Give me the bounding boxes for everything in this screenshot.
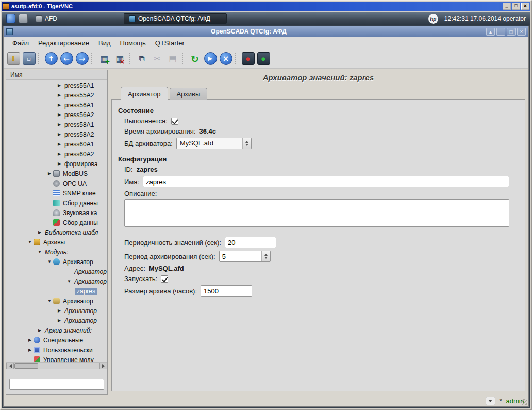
tree-expand-icon[interactable]: ▶ [36, 230, 43, 235]
back-button[interactable] [59, 51, 74, 67]
tree-expand-icon[interactable]: ▶ [56, 142, 63, 146]
qtstarter-button-1[interactable] [240, 51, 256, 67]
tree-column-header[interactable]: Имя [6, 70, 107, 80]
archiving-period-input[interactable] [220, 251, 261, 261]
tree-expand-icon[interactable]: ▶ [26, 338, 34, 342]
tree-expand-icon[interactable]: ▶ [56, 161, 63, 166]
tree-item[interactable]: ▼Архиватор [6, 296, 107, 306]
tree-item[interactable]: ▶press58A2 [6, 129, 107, 139]
stop-update-button[interactable] [218, 51, 234, 67]
tree-expand-icon[interactable]: ▶ [56, 318, 63, 323]
tree-collapse-icon[interactable]: ▼ [26, 240, 34, 244]
tree-item[interactable]: ▼Модуль: [6, 247, 107, 257]
scroll-left-icon[interactable] [6, 363, 14, 369]
tree-collapse-icon[interactable]: ▼ [46, 259, 53, 264]
tree-item[interactable]: zapres [6, 286, 107, 296]
taskbar-item-afd[interactable]: AFD [31, 14, 62, 23]
tree-item[interactable]: ▶Архиватор [6, 267, 107, 276]
tree-horizontal-scrollbar[interactable] [6, 362, 107, 369]
window-minimize-button[interactable] [496, 28, 505, 36]
tree-item[interactable]: ▶press60A1 [6, 139, 107, 149]
tree-item[interactable]: ▶SNMP клие [6, 188, 107, 198]
tree-item[interactable]: ▶Библиотека шабл [6, 227, 107, 237]
tree-item[interactable]: ▼Архиватор [6, 276, 107, 286]
openscada-titlebar[interactable]: OpenSCADA QTCfg: АФД [4, 26, 528, 37]
tree-expand-icon[interactable]: ▶ [56, 112, 63, 117]
tree-item[interactable]: ▶press58A1 [6, 120, 107, 129]
delete-item-button[interactable] [112, 51, 127, 67]
spinbox-arrows-icon[interactable] [261, 251, 270, 261]
description-textarea[interactable] [124, 199, 509, 227]
menu-item-3[interactable]: Помощь [115, 38, 151, 48]
tree-expand-icon[interactable]: ▶ [56, 308, 63, 313]
tree-expand-icon[interactable]: ▶ [26, 348, 34, 352]
tab-0[interactable]: Архиватор [121, 87, 168, 100]
tree-item[interactable]: ▶Звуковая ка [6, 208, 107, 218]
tree-collapse-icon[interactable]: ▼ [65, 279, 73, 284]
tree-expand-icon[interactable]: ▶ [56, 132, 63, 137]
menu-item-4[interactable]: QTStarter [151, 38, 189, 48]
tree-item[interactable]: ▶Пользовательски [6, 345, 107, 355]
menu-item-1[interactable]: Редактирование [34, 38, 94, 48]
tree-expand-icon[interactable]: ▶ [56, 83, 63, 88]
tree-expand-icon[interactable]: ▶ [56, 93, 63, 97]
tree-item[interactable]: ▶press55A2 [6, 90, 107, 100]
vnc-close-button[interactable] [521, 3, 529, 10]
tree-item[interactable]: ▶press60A2 [6, 149, 107, 159]
running-checkbox[interactable] [171, 118, 178, 125]
tree-item[interactable]: ▼Архивы [6, 237, 107, 247]
paste-item-button[interactable] [165, 51, 180, 67]
start-menu-icon[interactable] [6, 14, 15, 23]
tree-search-input[interactable] [9, 379, 104, 390]
value-period-input[interactable] [225, 237, 276, 248]
window-close-button[interactable] [517, 28, 526, 36]
archiver-db-combobox[interactable]: MySQL.afd [176, 138, 252, 149]
menu-item-0[interactable]: Файл [8, 38, 34, 48]
tab-1[interactable]: Архивы [170, 88, 208, 100]
archiving-period-spinbox[interactable] [219, 251, 271, 262]
copy-item-button[interactable] [134, 51, 149, 67]
save-button[interactable] [21, 51, 37, 67]
scroll-right-icon[interactable] [99, 363, 107, 369]
tree-item[interactable]: ▶press56A1 [6, 100, 107, 110]
tree-item[interactable]: ▶Архиватор [6, 306, 107, 316]
file-manager-icon[interactable] [19, 14, 28, 23]
status-dropdown[interactable] [486, 397, 495, 405]
tree-item[interactable]: ▶Сбор данны [6, 198, 107, 208]
tree-collapse-icon[interactable]: ▼ [36, 250, 43, 254]
vnc-titlebar[interactable]: asutp-afd:0 - TigerVNC [2, 2, 530, 11]
tree-item[interactable]: ▶press55A1 [6, 80, 107, 90]
window-maximize-button[interactable] [507, 28, 516, 36]
tree-item[interactable]: ▶Управление моду [6, 355, 107, 362]
tree-item[interactable]: ▼Архиватор [6, 257, 107, 267]
vnc-minimize-button[interactable] [503, 3, 511, 10]
combo-arrows-icon[interactable] [242, 138, 251, 149]
forward-button[interactable] [74, 51, 90, 67]
name-input[interactable] [143, 176, 509, 187]
tree-collapse-icon[interactable]: ▼ [46, 299, 53, 303]
cut-item-button[interactable] [149, 51, 165, 67]
vnc-maximize-button[interactable] [512, 3, 520, 10]
start-checkbox[interactable] [161, 275, 168, 283]
qtstarter-button-2[interactable] [256, 51, 271, 67]
tree-expand-icon[interactable]: ▶ [56, 103, 63, 107]
add-item-button[interactable] [96, 51, 112, 67]
tree-expand-icon[interactable]: ▶ [36, 328, 43, 333]
tree-item[interactable]: ▶формирова [6, 159, 107, 169]
tree-expand-icon[interactable]: ▶ [56, 152, 63, 156]
tree-item[interactable]: ▶OPC UA [6, 178, 107, 188]
menu-item-2[interactable]: Вид [94, 38, 115, 48]
tree-expand-icon[interactable]: ▶ [46, 171, 53, 176]
scrollbar-thumb[interactable] [14, 363, 38, 369]
tree-item[interactable]: ▶Сбор данны [6, 218, 107, 227]
window-shade-button[interactable] [486, 28, 495, 36]
refresh-button[interactable] [187, 51, 203, 67]
up-button[interactable] [43, 51, 59, 67]
scrollbar-track[interactable] [14, 363, 99, 369]
start-update-button[interactable] [203, 51, 218, 67]
tree-item[interactable]: ▶Специальные [6, 335, 107, 345]
tree-item[interactable]: ▶press56A2 [6, 110, 107, 120]
load-button[interactable] [6, 51, 21, 67]
tree-item[interactable]: ▶Архив значений: [6, 325, 107, 335]
taskbar-item-openscada[interactable]: OpenSCADA QTCfg: АФД [124, 13, 227, 24]
